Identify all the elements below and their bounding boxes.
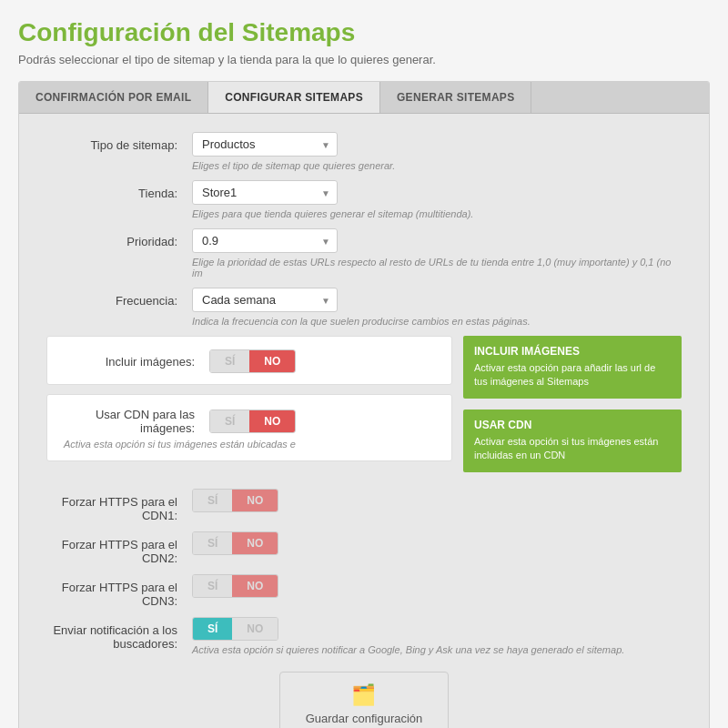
notificar-control: SÍ NO Activa esta opción si quieres noti… [192,617,682,655]
notificar-no-btn[interactable]: NO [232,618,278,640]
notificar-si-btn[interactable]: SÍ [193,618,232,640]
frecuencia-select[interactable]: Cada semana [192,288,338,312]
cdn2-label: Forzar HTTPS para el CDN2: [46,531,192,565]
cdn1-no-btn[interactable]: NO [232,490,278,511]
callout-cdn-text: Activar esta opción si tus imágenes está… [474,435,671,463]
frecuencia-control: Cada semana ▼ Indica la frecuencia con l… [192,288,682,327]
callout-cdn-title: USAR CDN [474,419,671,431]
prioridad-select[interactable]: 0.9 [192,228,338,253]
page-title: Configuración del Sitemaps [18,18,710,47]
tab-generar[interactable]: GENERAR SITEMAPS [380,82,531,113]
cdn1-row: Forzar HTTPS para el CDN1: SÍ NO [46,489,682,522]
tienda-hint: Eliges para que tienda quieres generar e… [192,208,682,219]
callouts-column: INCLUIR IMÁGENES Activar esta opción par… [463,336,682,480]
frecuencia-hint: Indica la frecuencia con la que suelen p… [192,316,682,327]
cdn3-no-btn[interactable]: NO [232,575,278,597]
frecuencia-select-wrap: Cada semana ▼ [192,288,338,312]
prioridad-hint: Elige la prioridad de estas URLs respect… [192,257,682,278]
incluir-box: Incluir imágenes: SÍ NO [46,336,452,385]
notificar-toggle-group: SÍ NO [192,617,278,641]
incluir-label: Incluir imágenes: [64,355,209,369]
tienda-label: Tienda: [46,180,192,200]
page-subtitle: Podrás seleccionar el tipo de sitemap y … [18,53,710,66]
tipo-row: Tipo de sitemap: Productos ▼ Eliges el t… [46,132,682,171]
tab-configurar[interactable]: CONFIGURAR SITEMAPS [208,82,380,113]
tipo-select[interactable]: Productos [192,132,338,157]
usar-cdn-si-btn[interactable]: SÍ [210,410,249,432]
prioridad-control: 0.9 ▼ Elige la prioridad de estas URLs r… [192,228,682,278]
main-panel: CONFIRMACIÓN POR EMAIL CONFIGURAR SITEMA… [18,81,710,728]
notificar-row: Enviar notificación a los buscadores: SÍ… [46,617,682,655]
cdn1-toggle-group: SÍ NO [192,489,278,512]
cdn3-label: Forzar HTTPS para el CDN3: [46,574,192,608]
usar-cdn-no-btn[interactable]: NO [249,410,295,432]
tab-email[interactable]: CONFIRMACIÓN POR EMAIL [19,82,208,113]
callout-cdn: USAR CDN Activar esta opción si tus imág… [463,410,682,472]
cdn2-si-btn[interactable]: SÍ [193,532,232,554]
tipo-label: Tipo de sitemap: [46,132,192,152]
tab-content: Tipo de sitemap: Productos ▼ Eliges el t… [19,114,709,728]
prioridad-select-wrap: 0.9 ▼ [192,228,338,253]
cdn2-control: SÍ NO [192,531,682,555]
usar-cdn-row: Usar CDN para las imágenes: SÍ NO [64,408,435,435]
tipo-hint: Eliges el tipo de sitemap que quieres ge… [192,160,682,171]
usar-cdn-hint: Activa esta opción si tus imágenes están… [64,439,435,450]
cdn3-toggle-group: SÍ NO [192,574,278,598]
cdn1-label: Forzar HTTPS para el CDN1: [46,489,192,522]
usar-cdn-toggle-group: SÍ NO [209,410,296,433]
cdn1-control: SÍ NO [192,489,682,512]
tienda-control: Store1 ▼ Eliges para que tienda quieres … [192,180,682,219]
incluir-toggle-group: SÍ NO [209,349,296,373]
cdn2-no-btn[interactable]: NO [232,532,278,554]
tienda-row: Tienda: Store1 ▼ Eliges para que tienda … [46,180,682,219]
cdn3-row: Forzar HTTPS para el CDN3: SÍ NO [46,574,682,608]
tab-bar: CONFIRMACIÓN POR EMAIL CONFIGURAR SITEMA… [19,82,709,114]
prioridad-row: Prioridad: 0.9 ▼ Elige la prioridad de e… [46,228,682,278]
notificar-hint: Activa esta opción si quieres notificar … [192,644,682,655]
cdn3-control: SÍ NO [192,574,682,598]
frecuencia-label: Frecuencia: [46,288,192,308]
incluir-no-btn[interactable]: NO [249,350,295,372]
callout-incluir-title: INCLUIR IMÁGENES [474,345,671,358]
save-label: Guardar configuración [306,712,423,725]
frecuencia-row: Frecuencia: Cada semana ▼ Indica la frec… [46,288,682,327]
callout-incluir: INCLUIR IMÁGENES Activar esta opción par… [463,336,682,399]
incluir-si-btn[interactable]: SÍ [210,350,249,372]
tienda-select-wrap: Store1 ▼ [192,180,338,205]
prioridad-label: Prioridad: [46,228,192,248]
callout-incluir-text: Activar esta opción para añadir las url … [474,361,671,389]
cdn1-si-btn[interactable]: SÍ [193,490,232,511]
cdn2-toggle-group: SÍ NO [192,531,278,555]
cdn3-si-btn[interactable]: SÍ [193,575,232,597]
save-icon: 🗂️ [351,683,376,707]
tipo-select-wrap: Productos ▼ [192,132,338,157]
incluir-row: Incluir imágenes: SÍ NO [64,349,435,373]
notificar-label: Enviar notificación a los buscadores: [46,617,192,651]
save-button[interactable]: 🗂️ Guardar configuración [279,672,450,728]
cdn2-row: Forzar HTTPS para el CDN2: SÍ NO [46,531,682,565]
tienda-select[interactable]: Store1 [192,180,338,205]
tipo-control: Productos ▼ Eliges el tipo de sitemap qu… [192,132,682,171]
usar-cdn-box: Usar CDN para las imágenes: SÍ NO Activa… [46,394,452,461]
save-btn-wrap: 🗂️ Guardar configuración [46,672,682,728]
usar-cdn-label: Usar CDN para las imágenes: [64,408,209,435]
